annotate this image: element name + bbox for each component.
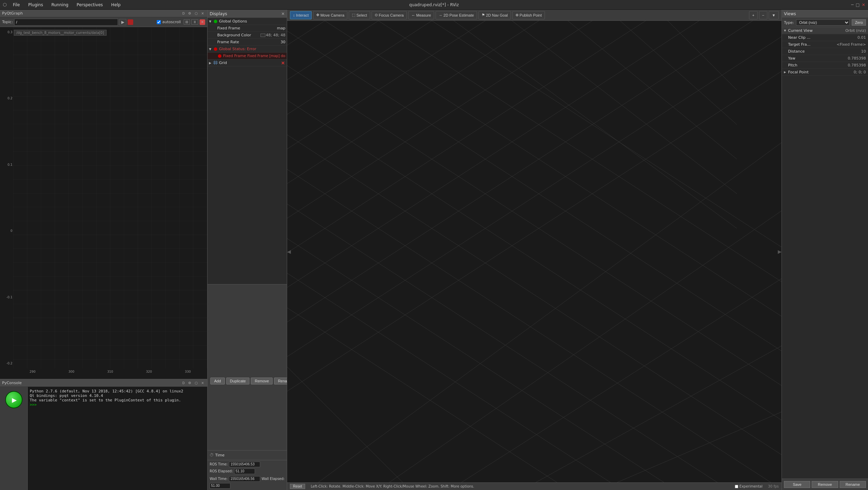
wall-elapsed-input[interactable] <box>210 483 230 489</box>
tree-item-fixed-frame-error[interactable]: Fixed Frame Fixed Frame [map] does... <box>208 53 287 60</box>
time-section-label: Time <box>215 453 225 457</box>
pose-estimate-button[interactable]: 2D Pose Estimate <box>436 11 477 19</box>
extra-toolbar-btn[interactable]: ▼ <box>769 11 779 19</box>
interact-button[interactable]: Interact <box>290 11 312 19</box>
console-x-btn[interactable]: × <box>200 381 205 385</box>
experimental-checkbox[interactable] <box>735 485 738 488</box>
select-button[interactable]: Select <box>349 11 370 19</box>
nav-goal-button[interactable]: 2D Nav Goal <box>478 11 511 19</box>
time-section: ⏱ Time <box>208 450 287 460</box>
publish-point-button[interactable]: Publish Point <box>512 11 545 19</box>
views-rename-button[interactable]: Rename <box>840 481 866 488</box>
panel-config-btn[interactable]: ○ <box>194 11 199 16</box>
move-camera-button[interactable]: Move Camera <box>313 11 347 19</box>
wall-time-input[interactable] <box>229 476 260 482</box>
autoscroll-checkbox-label[interactable]: autoscroll <box>157 20 181 24</box>
panel-x-btn[interactable]: × <box>200 11 205 16</box>
y-axis: 0.3 0.2 0.1 0 -0.1 -0.2 <box>0 27 13 369</box>
tree-item-frame-rate[interactable]: Frame Rate 30 <box>208 39 287 46</box>
views-save-button[interactable]: Save <box>784 481 810 488</box>
remove-button[interactable]: Remove <box>251 378 273 384</box>
tree-item-grid[interactable]: ▶ Grid <box>208 60 287 66</box>
panel-settings-btn[interactable]: ⚙ <box>187 11 192 16</box>
fixed-frame-error-label: Fixed Frame <box>223 54 247 58</box>
navgoal-icon <box>482 13 485 17</box>
duplicate-button[interactable]: Duplicate <box>226 378 250 384</box>
views-current-view-header[interactable]: ▼ Current View Orbit (rviz) <box>782 27 868 34</box>
x-axis: 290 300 310 320 330 <box>13 369 207 379</box>
views-near-clip[interactable]: Near Clip ... 0.01 <box>782 34 868 41</box>
menu-help[interactable]: Help <box>109 2 122 8</box>
run-button[interactable] <box>5 391 22 408</box>
topic-input[interactable] <box>14 19 118 26</box>
publish-icon <box>515 13 519 17</box>
close-btn[interactable]: ✕ <box>862 2 865 7</box>
menu-plugins[interactable]: Plugins <box>26 2 45 8</box>
reset-button[interactable]: Reset <box>290 484 305 489</box>
views-yaw[interactable]: Yaw 0.785398 <box>782 55 868 62</box>
ros-elapsed-input[interactable] <box>234 469 255 474</box>
tree-item-global-options[interactable]: ▼ Global Options <box>208 18 287 25</box>
topic-bar: Topic: ▶ autoscroll ⊞ ⏸ ✕ <box>0 17 207 27</box>
pyqtgraph-titlebar: PyQtGraph D ⚙ ○ × <box>0 10 207 17</box>
autoscroll-checkbox[interactable] <box>157 20 161 24</box>
global-status-arrow[interactable]: ▼ <box>209 47 213 51</box>
wall-time-row: Wall Time: Wall Elapsed: <box>208 475 287 490</box>
minimize-btn[interactable]: ─ <box>851 2 853 7</box>
views-tree: ▼ Current View Orbit (rviz) Near Clip ..… <box>782 27 868 479</box>
views-focal-point[interactable]: ▶ Focal Point 0; 0; 0 <box>782 69 868 76</box>
tree-item-fixed-frame-1[interactable]: Fixed Frame map <box>208 25 287 32</box>
panel-dock-btn[interactable]: D <box>181 11 186 16</box>
displays-header: Displays ✕ <box>208 10 287 18</box>
displays-preview <box>208 284 287 312</box>
wall-time-label: Wall Time: <box>210 477 228 481</box>
graph-pause-btn[interactable]: ⏸ <box>191 19 198 25</box>
views-zero-button[interactable]: Zero <box>852 19 866 26</box>
views-target-frame[interactable]: Target Fra... <Fixed Frame> <box>782 41 868 48</box>
topic-red-btn[interactable] <box>128 19 133 25</box>
console-config-btn[interactable]: ○ <box>194 381 199 385</box>
focus-camera-button[interactable]: Focus Camera <box>372 11 407 19</box>
graph-stop-btn[interactable]: ✕ <box>200 19 205 25</box>
ros-time-input[interactable] <box>229 462 260 467</box>
bg-color-label: Background Color <box>217 33 261 37</box>
console-settings-btn[interactable]: ⚙ <box>187 381 192 385</box>
displays-empty-area <box>208 151 287 284</box>
fixed-frame-error-value: Fixed Frame [map] does... <box>247 54 285 58</box>
fps-display: 30 fps <box>768 484 779 488</box>
fixed-frame-error-icon <box>217 54 222 58</box>
tree-item-bg-color[interactable]: Background Color 48; 48; 48 <box>208 32 287 39</box>
views-type-select[interactable]: Orbit (rviz) FPS (rviz) TopDownOrtho (rv… <box>796 19 850 26</box>
grid-arrow[interactable]: ▶ <box>209 61 213 65</box>
pyconsole-title: PyConsole <box>2 381 179 385</box>
viewport-scroll-right[interactable]: ▶ <box>778 249 782 254</box>
global-options-arrow[interactable]: ▼ <box>209 20 213 23</box>
views-pitch[interactable]: Pitch 0.785398 <box>782 62 868 69</box>
displays-close[interactable]: ✕ <box>281 11 285 16</box>
add-button[interactable]: Add <box>210 378 225 384</box>
viewport-3d[interactable]: ◀ ▶ <box>287 21 782 482</box>
menu-perspectives[interactable]: Perspectives <box>75 2 105 8</box>
graph-settings-btn[interactable]: ⊞ <box>184 19 190 25</box>
distance-value: 10 <box>861 49 866 54</box>
tree-item-global-status[interactable]: ▼ Global Status: Error <box>208 46 287 53</box>
displays-tree[interactable]: ▼ Global Options Fixed Frame map <box>208 18 287 151</box>
distance-label: Distance <box>788 49 861 54</box>
console-dock-btn[interactable]: D <box>181 381 186 385</box>
zoom-in-button[interactable]: + <box>749 11 757 19</box>
frame-rate-label: Frame Rate <box>217 40 281 44</box>
menu-running[interactable]: Running <box>49 2 70 8</box>
restore-btn[interactable]: □ <box>856 2 860 7</box>
rviz-toolbar: Interact Move Camera Select Focus Camera… <box>287 10 782 21</box>
pose-icon <box>439 13 442 17</box>
topic-arrow-btn[interactable]: ▶ <box>119 19 126 25</box>
views-remove-button[interactable]: Remove <box>812 481 838 488</box>
measure-button[interactable]: Measure <box>408 11 434 19</box>
views-distance[interactable]: Distance 10 <box>782 48 868 55</box>
pitch-value: 0.785398 <box>848 63 866 67</box>
views-bottom-buttons: Save Remove Rename <box>782 479 868 490</box>
current-view-arrow[interactable]: ▼ <box>784 29 788 32</box>
viewport-scroll-left[interactable]: ◀ <box>287 249 291 254</box>
zoom-out-button[interactable]: − <box>759 11 767 19</box>
menu-file[interactable]: File <box>11 2 22 8</box>
